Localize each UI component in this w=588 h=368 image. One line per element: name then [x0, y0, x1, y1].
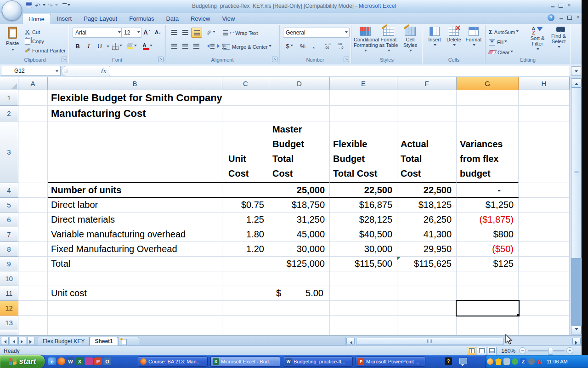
cell[interactable]: [48, 316, 222, 330]
cell-B9[interactable]: Total: [48, 257, 222, 271]
cell[interactable]: [519, 286, 570, 301]
horizontal-scroll-thumb[interactable]: [356, 338, 504, 345]
row-header-2[interactable]: 2: [0, 106, 18, 121]
tab-review[interactable]: Review: [185, 14, 216, 24]
zoom-slider[interactable]: [528, 350, 565, 351]
workbook-close-icon[interactable]: ×: [574, 14, 582, 21]
restore-icon[interactable]: [557, 2, 565, 9]
office-button[interactable]: [2, 0, 22, 21]
workbook-minimize-icon[interactable]: [557, 14, 565, 21]
cell[interactable]: [222, 271, 269, 286]
fill-button[interactable]: Fill: [489, 38, 507, 46]
cell[interactable]: [397, 316, 457, 330]
row-header-3[interactable]: 3: [0, 121, 18, 183]
underline-caret-icon[interactable]: [107, 46, 109, 49]
cell[interactable]: [222, 286, 269, 301]
sort-filter-button[interactable]: A Z Sort & Filter: [527, 27, 548, 52]
cell[interactable]: [18, 257, 48, 271]
formula-input[interactable]: [110, 66, 570, 76]
cell[interactable]: [222, 330, 269, 335]
task-excel[interactable]: X Microsoft Excel - Bud...: [210, 356, 280, 367]
insert-worksheet-tab[interactable]: [118, 337, 139, 346]
cell[interactable]: [457, 106, 519, 121]
key-icon[interactable]: [85, 357, 93, 365]
sheet-tab-flex-budget-key[interactable]: Flex Budget KEY: [38, 337, 90, 346]
cell[interactable]: [269, 106, 330, 121]
cell[interactable]: [18, 316, 48, 330]
format-cells-button[interactable]: Format: [464, 27, 483, 48]
help-tray-icon[interactable]: ?: [445, 357, 452, 365]
task-powerpoint[interactable]: P Microsoft PowerPoint ...: [356, 356, 425, 367]
horizontal-scrollbar[interactable]: [345, 337, 582, 346]
delete-cells-button[interactable]: Delete: [445, 27, 463, 48]
cell-B1[interactable]: Flexible Budget for Smith Company: [48, 90, 222, 106]
cell[interactable]: [18, 90, 48, 106]
select-all-corner[interactable]: [0, 77, 18, 90]
cell[interactable]: [397, 301, 457, 316]
normal-view-button[interactable]: [467, 347, 476, 355]
clear-button[interactable]: Clear: [489, 48, 513, 57]
grow-font-button[interactable]: A: [141, 28, 152, 37]
cell[interactable]: [397, 271, 457, 286]
cell-D9[interactable]: $125,000: [269, 257, 330, 271]
cell[interactable]: [18, 301, 48, 316]
zoom-in-icon[interactable]: +: [566, 347, 573, 354]
cell-D5[interactable]: $18,750: [269, 198, 330, 213]
merge-center-button[interactable]: Merge & Center: [223, 42, 271, 51]
messenger-tray-icon[interactable]: [487, 358, 493, 365]
cell-C5[interactable]: $0.75: [222, 198, 269, 213]
find-select-button[interactable]: Find & Select: [548, 27, 569, 50]
cell[interactable]: [519, 183, 570, 198]
row-header-1[interactable]: 1: [0, 90, 18, 106]
firefox-icon[interactable]: [57, 357, 65, 365]
conditional-formatting-button[interactable]: Conditional Formatting: [354, 27, 377, 53]
cell-D4[interactable]: 25,000: [269, 183, 330, 198]
col-header-B[interactable]: B: [48, 77, 222, 90]
row-header-7[interactable]: 7: [0, 227, 18, 242]
row-header-14[interactable]: [0, 330, 18, 335]
cell[interactable]: [519, 90, 570, 106]
help-icon[interactable]: ?: [548, 14, 554, 21]
expand-formula-bar-button[interactable]: [571, 66, 581, 76]
row-header-12[interactable]: 12: [0, 301, 18, 316]
clipboard-dialog-launcher-icon[interactable]: ↘: [62, 57, 67, 62]
cell-G6[interactable]: ($1,875): [457, 213, 519, 227]
name-box[interactable]: G12: [1, 66, 61, 76]
cell-E8[interactable]: 30,000: [330, 242, 397, 257]
start-button[interactable]: start: [0, 355, 45, 368]
cell[interactable]: [519, 330, 570, 335]
cell[interactable]: [222, 301, 269, 316]
col-header-H[interactable]: H: [519, 77, 570, 90]
cell[interactable]: [397, 106, 457, 121]
cell[interactable]: [269, 271, 330, 286]
word-icon[interactable]: W: [67, 357, 74, 365]
cell-F9[interactable]: $115,625: [397, 257, 457, 271]
cell[interactable]: [18, 330, 48, 335]
first-sheet-icon[interactable]: [1, 337, 9, 345]
task-course-ba213[interactable]: Course: BA 213: Man...: [138, 356, 208, 367]
cut-button[interactable]: Cut: [25, 28, 40, 36]
cell-G5[interactable]: $1,250: [457, 198, 519, 213]
last-sheet-icon[interactable]: [27, 337, 35, 345]
shield-tray-icon[interactable]: [495, 358, 502, 365]
cell-E6[interactable]: $28,125: [330, 213, 397, 227]
cell-B2[interactable]: Manufacturing Cost: [48, 106, 222, 121]
row-header-9[interactable]: 9: [0, 257, 18, 271]
center-button[interactable]: [180, 41, 190, 51]
cell-B6[interactable]: Direct materials: [48, 213, 222, 227]
cell[interactable]: [519, 106, 570, 121]
cell[interactable]: [330, 90, 397, 106]
display-icon[interactable]: [459, 358, 467, 364]
redo-icon[interactable]: ↷: [45, 1, 55, 10]
accounting-format-button[interactable]: $: [283, 41, 296, 51]
cell-B4[interactable]: Number of units: [48, 183, 222, 198]
zoom-level[interactable]: 160%: [501, 348, 515, 354]
tools-tray-icon[interactable]: [503, 358, 510, 365]
row-header-11[interactable]: 11: [0, 286, 18, 301]
scroll-right-icon[interactable]: [572, 338, 581, 345]
cell[interactable]: [397, 90, 457, 106]
font-dialog-launcher-icon[interactable]: ↘: [158, 57, 164, 62]
decrease-decimal-button[interactable]: .00 →.0: [334, 41, 346, 51]
task-budgeting-doc[interactable]: W Budgeting_practice-fl...: [283, 356, 353, 367]
scroll-left-icon[interactable]: [346, 338, 355, 345]
